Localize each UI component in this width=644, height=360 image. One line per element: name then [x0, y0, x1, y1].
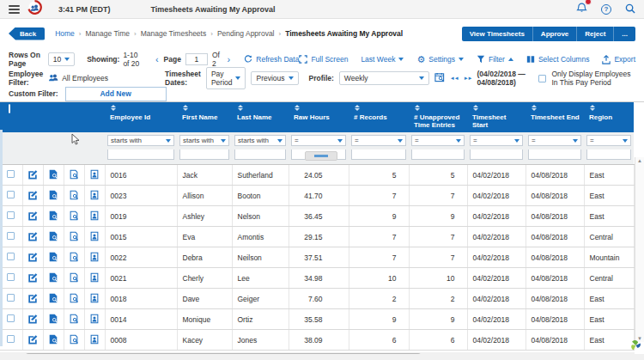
vertical-scrollbar[interactable]: ▲ ▼ — [635, 157, 644, 342]
sort-toggle[interactable] — [355, 105, 405, 111]
edit-timesheet-icon[interactable] — [22, 227, 43, 247]
search-icon[interactable] — [625, 2, 635, 17]
employee-profile-icon[interactable] — [84, 206, 105, 227]
calendar-search-icon[interactable] — [434, 72, 445, 84]
column-header[interactable]: # Unapproved Time Entries — [409, 102, 467, 132]
row-checkbox[interactable] — [7, 191, 15, 198]
search-timesheet-icon[interactable] — [64, 227, 84, 247]
employee-profile-icon[interactable] — [84, 268, 105, 289]
view-timesheet-icon[interactable] — [43, 186, 64, 206]
row-checkbox[interactable] — [7, 211, 15, 219]
search-timesheet-icon[interactable] — [64, 309, 84, 330]
breadcrumb-pending-approval[interactable]: Pending Approval — [217, 29, 275, 38]
breadcrumb-manage-timesheets[interactable]: Manage Timesheets — [141, 29, 207, 38]
employee-profile-icon[interactable] — [84, 227, 105, 247]
column-header[interactable]: Raw Hours — [289, 102, 349, 132]
row-checkbox[interactable] — [7, 314, 15, 322]
edit-timesheet-icon[interactable] — [22, 165, 43, 186]
filter-value-input[interactable] — [528, 149, 581, 160]
sort-toggle[interactable] — [473, 105, 522, 111]
edit-timesheet-icon[interactable] — [22, 309, 43, 330]
employee-profile-icon[interactable] — [84, 247, 105, 268]
edit-timesheet-icon[interactable] — [22, 247, 43, 268]
view-timesheet-icon[interactable] — [43, 309, 64, 330]
filter-toggle[interactable]: Filter — [477, 55, 513, 64]
filter-operator-select[interactable]: = — [411, 135, 465, 146]
column-header[interactable]: # Records — [349, 102, 409, 132]
breadcrumb-manage-time[interactable]: Manage Time — [85, 29, 130, 38]
row-checkbox[interactable] — [7, 170, 15, 178]
view-timesheet-icon[interactable] — [43, 330, 64, 351]
profile-select[interactable]: Weekly — [339, 71, 429, 85]
column-resize-handle[interactable] — [305, 151, 337, 161]
menu-hamburger-icon[interactable] — [9, 5, 20, 14]
filter-operator-select[interactable]: = — [528, 135, 581, 146]
next-page-button[interactable]: › — [226, 54, 233, 64]
row-checkbox[interactable] — [7, 335, 15, 343]
refresh-data-link[interactable]: Refresh Data — [244, 55, 299, 64]
filter-operator-select[interactable]: = — [351, 135, 406, 146]
select-columns-button[interactable]: Select Columns — [526, 55, 590, 64]
filter-operator-select[interactable]: starts with — [179, 135, 229, 146]
filter-value-input[interactable] — [107, 149, 174, 160]
row-checkbox[interactable] — [7, 294, 15, 302]
column-header[interactable]: First Name — [177, 102, 232, 132]
notifications-bell-icon[interactable] — [576, 2, 587, 17]
view-timesheet-icon[interactable] — [43, 268, 64, 289]
view-timesheet-icon[interactable] — [43, 206, 64, 227]
scroll-up-icon[interactable]: ▲ — [637, 158, 642, 163]
reject-button[interactable]: Reject — [576, 27, 613, 41]
row-checkbox[interactable] — [7, 253, 15, 260]
view-timesheets-button[interactable]: View Timesheets — [462, 27, 532, 41]
employee-profile-icon[interactable] — [84, 330, 105, 351]
employee-profile-icon[interactable] — [84, 186, 105, 206]
filter-value-input[interactable] — [470, 149, 523, 160]
search-timesheet-icon[interactable] — [64, 268, 84, 289]
select-all-checkbox[interactable] — [9, 104, 10, 113]
more-actions-button[interactable]: ... — [613, 27, 635, 41]
add-new-filter-button[interactable]: Add New — [100, 89, 131, 98]
edit-timesheet-icon[interactable] — [22, 206, 43, 227]
column-header[interactable]: Region — [584, 102, 634, 132]
back-button[interactable]: Back — [9, 27, 45, 40]
export-button[interactable]: Export — [602, 55, 635, 64]
view-timesheet-icon[interactable] — [43, 247, 64, 268]
column-header[interactable]: Timesheet End — [526, 102, 584, 132]
employee-filter-link[interactable]: All Employees — [48, 74, 108, 82]
view-timesheet-icon[interactable] — [43, 289, 64, 309]
period-offset-select[interactable]: Previous — [251, 71, 298, 85]
employee-profile-icon[interactable] — [84, 289, 105, 309]
period-type-select[interactable]: Pay Period — [206, 67, 246, 89]
view-timesheet-icon[interactable] — [43, 165, 64, 186]
filter-operator-select[interactable]: = — [470, 135, 523, 146]
sort-toggle[interactable] — [590, 105, 630, 111]
full-screen-button[interactable]: Full Screen — [299, 55, 348, 64]
edit-timesheet-icon[interactable] — [22, 289, 43, 309]
sort-toggle[interactable] — [111, 105, 173, 111]
prev-page-button[interactable]: ‹ — [154, 54, 161, 64]
row-checkbox[interactable] — [7, 273, 15, 281]
filter-value-input[interactable] — [586, 149, 631, 160]
edit-timesheet-icon[interactable] — [22, 330, 43, 351]
search-timesheet-icon[interactable] — [64, 206, 84, 227]
row-checkbox[interactable] — [7, 232, 15, 240]
search-timesheet-icon[interactable] — [64, 186, 84, 206]
date-preset-dropdown[interactable]: Last Week — [361, 55, 404, 64]
settings-dropdown[interactable]: ⚙ Settings — [416, 54, 464, 65]
sort-toggle[interactable] — [238, 105, 285, 111]
sort-toggle[interactable] — [415, 105, 464, 111]
filter-value-input[interactable] — [411, 149, 465, 160]
approve-button[interactable]: Approve — [532, 27, 576, 41]
search-timesheet-icon[interactable] — [64, 165, 84, 186]
column-header[interactable]: Employee Id — [105, 102, 177, 132]
filter-value-input[interactable] — [179, 149, 229, 160]
sort-toggle[interactable] — [532, 105, 580, 111]
filter-operator-select[interactable]: = — [586, 135, 631, 146]
employee-profile-icon[interactable] — [84, 165, 105, 186]
prev-period-icon[interactable]: ◄◄ — [450, 76, 459, 81]
only-display-checkbox[interactable] — [538, 75, 546, 82]
filter-operator-select[interactable]: starts with — [234, 135, 286, 146]
edit-timesheet-icon[interactable] — [22, 268, 43, 289]
sort-toggle[interactable] — [295, 105, 345, 111]
filter-operator-select[interactable]: = — [291, 135, 346, 146]
